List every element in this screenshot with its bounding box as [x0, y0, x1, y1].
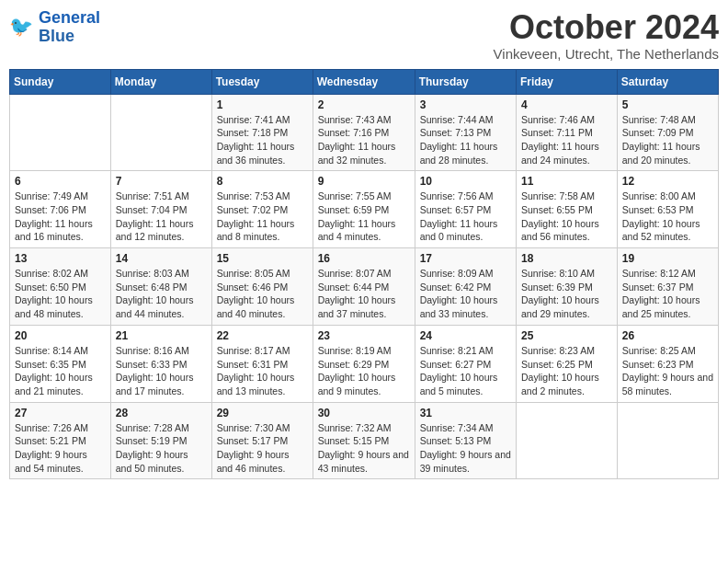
- logo-bird-icon: 🐦: [9, 12, 37, 40]
- calendar-cell: 16Sunrise: 8:07 AM Sunset: 6:44 PM Dayli…: [313, 248, 415, 326]
- calendar-cell: 2Sunrise: 7:43 AM Sunset: 7:16 PM Daylig…: [313, 94, 415, 171]
- day-number: 24: [420, 329, 511, 342]
- calendar-cell: 24Sunrise: 8:21 AM Sunset: 6:27 PM Dayli…: [415, 325, 516, 402]
- title-area: October 2024 Vinkeveen, Utrecht, The Net…: [494, 9, 719, 62]
- calendar-cell: 18Sunrise: 8:10 AM Sunset: 6:39 PM Dayli…: [517, 248, 618, 326]
- day-detail: Sunrise: 7:51 AM Sunset: 7:04 PM Dayligh…: [116, 190, 207, 244]
- svg-text:🐦: 🐦: [9, 14, 34, 38]
- calendar-cell: 10Sunrise: 7:56 AM Sunset: 6:57 PM Dayli…: [415, 171, 516, 248]
- day-detail: Sunrise: 7:34 AM Sunset: 5:13 PM Dayligh…: [420, 421, 511, 476]
- day-detail: Sunrise: 7:56 AM Sunset: 6:57 PM Dayligh…: [420, 190, 511, 244]
- calendar-cell: 14Sunrise: 8:03 AM Sunset: 6:48 PM Dayli…: [110, 248, 211, 326]
- day-detail: Sunrise: 8:03 AM Sunset: 6:48 PM Dayligh…: [116, 267, 207, 321]
- calendar-cell: 6Sunrise: 7:49 AM Sunset: 7:06 PM Daylig…: [10, 171, 111, 248]
- day-number: 20: [15, 329, 106, 342]
- day-number: 1: [217, 98, 308, 111]
- day-number: 3: [420, 98, 511, 111]
- header-thursday: Thursday: [415, 69, 516, 94]
- header-sunday: Sunday: [10, 69, 111, 94]
- calendar-cell: 4Sunrise: 7:46 AM Sunset: 7:11 PM Daylig…: [517, 94, 618, 171]
- calendar-cell: 15Sunrise: 8:05 AM Sunset: 6:46 PM Dayli…: [211, 248, 313, 326]
- day-number: 23: [318, 329, 410, 342]
- day-detail: Sunrise: 8:05 AM Sunset: 6:46 PM Dayligh…: [217, 267, 308, 321]
- day-number: 26: [622, 329, 713, 342]
- calendar-cell: 1Sunrise: 7:41 AM Sunset: 7:18 PM Daylig…: [211, 94, 313, 171]
- day-detail: Sunrise: 8:10 AM Sunset: 6:39 PM Dayligh…: [521, 267, 612, 321]
- logo-text: General Blue: [39, 9, 100, 46]
- calendar-cell: 30Sunrise: 7:32 AM Sunset: 5:15 PM Dayli…: [313, 402, 415, 479]
- calendar-cell: 3Sunrise: 7:44 AM Sunset: 7:13 PM Daylig…: [415, 94, 516, 171]
- calendar-table: Sunday Monday Tuesday Wednesday Thursday…: [9, 69, 719, 480]
- day-number: 13: [15, 252, 106, 265]
- calendar-cell: 28Sunrise: 7:28 AM Sunset: 5:19 PM Dayli…: [110, 402, 211, 479]
- calendar-week-2: 13Sunrise: 8:02 AM Sunset: 6:50 PM Dayli…: [10, 248, 719, 326]
- day-number: 15: [217, 252, 308, 265]
- day-detail: Sunrise: 8:07 AM Sunset: 6:44 PM Dayligh…: [318, 267, 410, 321]
- calendar-cell: 21Sunrise: 8:16 AM Sunset: 6:33 PM Dayli…: [110, 325, 211, 402]
- calendar-cell: 25Sunrise: 8:23 AM Sunset: 6:25 PM Dayli…: [517, 325, 618, 402]
- day-detail: Sunrise: 8:09 AM Sunset: 6:42 PM Dayligh…: [420, 267, 511, 321]
- day-number: 16: [318, 252, 410, 265]
- day-number: 7: [116, 175, 207, 188]
- calendar-cell: 7Sunrise: 7:51 AM Sunset: 7:04 PM Daylig…: [110, 171, 211, 248]
- day-number: 11: [521, 175, 612, 188]
- day-number: 31: [420, 407, 511, 419]
- day-detail: Sunrise: 8:16 AM Sunset: 6:33 PM Dayligh…: [116, 344, 207, 398]
- calendar-cell: 26Sunrise: 8:25 AM Sunset: 6:23 PM Dayli…: [617, 325, 718, 402]
- day-detail: Sunrise: 8:17 AM Sunset: 6:31 PM Dayligh…: [217, 344, 308, 398]
- day-number: 2: [318, 98, 410, 111]
- logo: 🐦 General Blue: [9, 9, 100, 46]
- day-detail: Sunrise: 8:19 AM Sunset: 6:29 PM Dayligh…: [318, 344, 410, 398]
- day-number: 19: [622, 252, 713, 265]
- day-detail: Sunrise: 7:53 AM Sunset: 7:02 PM Dayligh…: [217, 190, 308, 244]
- calendar-cell: 13Sunrise: 8:02 AM Sunset: 6:50 PM Dayli…: [10, 248, 111, 326]
- calendar-week-0: 1Sunrise: 7:41 AM Sunset: 7:18 PM Daylig…: [10, 94, 719, 171]
- day-number: 28: [116, 407, 207, 419]
- day-detail: Sunrise: 7:30 AM Sunset: 5:17 PM Dayligh…: [217, 421, 308, 476]
- day-number: 9: [318, 175, 410, 188]
- header-wednesday: Wednesday: [313, 69, 415, 94]
- calendar-cell: 9Sunrise: 7:55 AM Sunset: 6:59 PM Daylig…: [313, 171, 415, 248]
- day-detail: Sunrise: 8:23 AM Sunset: 6:25 PM Dayligh…: [521, 344, 612, 398]
- header-monday: Monday: [110, 69, 211, 94]
- calendar-cell: 29Sunrise: 7:30 AM Sunset: 5:17 PM Dayli…: [211, 402, 313, 479]
- day-detail: Sunrise: 7:46 AM Sunset: 7:11 PM Dayligh…: [521, 113, 612, 167]
- day-detail: Sunrise: 7:55 AM Sunset: 6:59 PM Dayligh…: [318, 190, 410, 244]
- calendar-cell: 22Sunrise: 8:17 AM Sunset: 6:31 PM Dayli…: [211, 325, 313, 402]
- day-number: 10: [420, 175, 511, 188]
- day-detail: Sunrise: 7:41 AM Sunset: 7:18 PM Dayligh…: [217, 113, 308, 167]
- day-detail: Sunrise: 7:43 AM Sunset: 7:16 PM Dayligh…: [318, 113, 410, 167]
- day-detail: Sunrise: 7:32 AM Sunset: 5:15 PM Dayligh…: [318, 421, 410, 476]
- calendar-cell: [617, 402, 718, 479]
- day-number: 27: [15, 407, 106, 419]
- day-number: 12: [622, 175, 713, 188]
- day-number: 25: [521, 329, 612, 342]
- day-detail: Sunrise: 8:12 AM Sunset: 6:37 PM Dayligh…: [622, 267, 713, 321]
- calendar-cell: 12Sunrise: 8:00 AM Sunset: 6:53 PM Dayli…: [617, 171, 718, 248]
- location: Vinkeveen, Utrecht, The Netherlands: [494, 46, 719, 62]
- header-row: Sunday Monday Tuesday Wednesday Thursday…: [10, 69, 719, 94]
- calendar-cell: [517, 402, 618, 479]
- day-detail: Sunrise: 7:44 AM Sunset: 7:13 PM Dayligh…: [420, 113, 511, 167]
- day-detail: Sunrise: 7:26 AM Sunset: 5:21 PM Dayligh…: [15, 421, 106, 476]
- calendar-cell: [110, 94, 211, 171]
- day-number: 30: [318, 407, 410, 419]
- day-detail: Sunrise: 8:14 AM Sunset: 6:35 PM Dayligh…: [15, 344, 106, 398]
- day-number: 29: [217, 407, 308, 419]
- calendar-cell: 17Sunrise: 8:09 AM Sunset: 6:42 PM Dayli…: [415, 248, 516, 326]
- header-friday: Friday: [517, 69, 618, 94]
- day-detail: Sunrise: 7:28 AM Sunset: 5:19 PM Dayligh…: [116, 421, 207, 476]
- day-detail: Sunrise: 7:58 AM Sunset: 6:55 PM Dayligh…: [521, 190, 612, 244]
- calendar-cell: 27Sunrise: 7:26 AM Sunset: 5:21 PM Dayli…: [10, 402, 111, 479]
- day-number: 18: [521, 252, 612, 265]
- calendar-cell: 20Sunrise: 8:14 AM Sunset: 6:35 PM Dayli…: [10, 325, 111, 402]
- day-detail: Sunrise: 8:25 AM Sunset: 6:23 PM Dayligh…: [622, 344, 713, 398]
- day-detail: Sunrise: 8:00 AM Sunset: 6:53 PM Dayligh…: [622, 190, 713, 244]
- day-number: 17: [420, 252, 511, 265]
- day-number: 21: [116, 329, 207, 342]
- day-number: 4: [521, 98, 612, 111]
- day-number: 22: [217, 329, 308, 342]
- calendar-cell: 23Sunrise: 8:19 AM Sunset: 6:29 PM Dayli…: [313, 325, 415, 402]
- calendar-cell: 31Sunrise: 7:34 AM Sunset: 5:13 PM Dayli…: [415, 402, 516, 479]
- day-number: 14: [116, 252, 207, 265]
